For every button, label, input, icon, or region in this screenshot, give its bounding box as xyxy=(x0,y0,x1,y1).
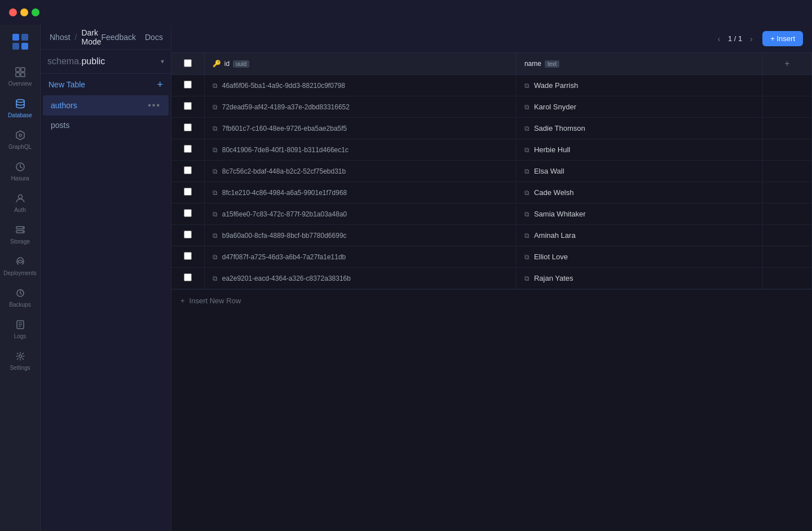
docs-button[interactable]: Docs xyxy=(145,33,163,42)
svg-point-15 xyxy=(23,227,24,228)
table-row: ⧉ b9a60a00-8cfa-4889-8bcf-bb7780d6699c ⧉… xyxy=(171,225,812,246)
row-checkbox-5[interactable] xyxy=(184,188,192,196)
row-name-cell: ⧉ Karol Snyder xyxy=(516,96,762,118)
row-checkbox-4[interactable] xyxy=(184,166,192,174)
sidebar-item-database[interactable]: Database xyxy=(5,94,36,123)
table-header-row: 🔑 id uuid name text + xyxy=(171,53,812,75)
schema-selector[interactable]: schema.public ▾ xyxy=(41,50,171,74)
row-name-value: Wade Parrish xyxy=(534,81,578,90)
copy-id-icon[interactable]: ⧉ xyxy=(213,146,218,154)
copy-name-icon[interactable]: ⧉ xyxy=(524,82,529,90)
row-checkbox-9[interactable] xyxy=(184,273,192,281)
copy-name-icon[interactable]: ⧉ xyxy=(524,125,529,132)
copy-id-icon[interactable]: ⧉ xyxy=(213,125,218,132)
sidebar-item-auth[interactable]: Auth xyxy=(5,188,36,218)
copy-name-icon[interactable]: ⧉ xyxy=(524,167,529,175)
copy-id-icon[interactable]: ⧉ xyxy=(213,167,218,175)
table-name-authors: authors xyxy=(51,101,77,110)
sidebar-item-storage[interactable]: Storage xyxy=(5,220,36,249)
svg-rect-4 xyxy=(16,68,20,72)
sidebar-item-logs[interactable]: Logs xyxy=(5,315,36,344)
table-name-posts: posts xyxy=(51,121,69,130)
row-checkbox-3[interactable] xyxy=(184,145,192,153)
select-all-checkbox[interactable] xyxy=(184,59,192,67)
sidebar-item-settings[interactable]: Settings xyxy=(5,346,36,375)
add-column-header[interactable]: + xyxy=(762,53,811,75)
breadcrumb: Nhost / Dark Mode xyxy=(50,28,102,46)
insert-row-label: Insert New Row xyxy=(189,297,241,305)
copy-id-icon[interactable]: ⧉ xyxy=(213,210,218,218)
close-button[interactable] xyxy=(9,8,17,16)
table-row: ⧉ d47f087f-a725-46d3-a6b4-7a27fa1e11db ⧉… xyxy=(171,246,812,268)
table-item-posts[interactable]: posts xyxy=(43,116,169,135)
more-options-icon[interactable]: ••• xyxy=(148,100,161,110)
row-checkbox-cell xyxy=(171,225,204,246)
breadcrumb-nhost: Nhost xyxy=(50,33,70,42)
row-id-cell: ⧉ a15f6ee0-7c83-472c-877f-92b1a03a48a0 xyxy=(204,203,516,225)
copy-name-icon[interactable]: ⧉ xyxy=(524,275,529,282)
svg-rect-0 xyxy=(12,34,19,41)
row-id-value: 72dead59-af42-4189-a37e-2dbd83316652 xyxy=(222,103,350,111)
minimize-button[interactable] xyxy=(20,8,28,16)
copy-id-icon[interactable]: ⧉ xyxy=(213,253,218,261)
breadcrumb-sep-1: / xyxy=(75,33,77,42)
copy-id-icon[interactable]: ⧉ xyxy=(213,82,218,90)
copy-name-icon[interactable]: ⧉ xyxy=(524,253,529,261)
copy-id-icon[interactable]: ⧉ xyxy=(213,103,218,111)
row-checkbox-0[interactable] xyxy=(184,81,192,88)
copy-id-icon[interactable]: ⧉ xyxy=(213,189,218,197)
data-table-container: 🔑 id uuid name text + xyxy=(171,53,812,531)
main-content: ‹ 1 / 1 › + Insert 🔑 xyxy=(171,25,812,531)
copy-name-icon[interactable]: ⧉ xyxy=(524,189,529,197)
row-checkbox-1[interactable] xyxy=(184,102,192,110)
add-column-icon[interactable]: + xyxy=(771,59,804,69)
row-checkbox-7[interactable] xyxy=(184,231,192,238)
copy-name-icon[interactable]: ⧉ xyxy=(524,232,529,240)
next-page-button[interactable]: › xyxy=(744,32,758,46)
feedback-button[interactable]: Feedback xyxy=(102,33,136,42)
sidebar-item-deployments[interactable]: Deployments xyxy=(5,251,36,281)
name-column-header[interactable]: name text xyxy=(516,53,762,75)
row-extra-cell xyxy=(762,246,811,268)
logs-icon xyxy=(15,320,25,331)
row-id-cell: ⧉ ea2e9201-eacd-4364-a326-c8372a38316b xyxy=(204,268,516,289)
new-table-button[interactable]: New Table + xyxy=(41,74,171,95)
deployments-icon xyxy=(15,256,25,268)
copy-name-icon[interactable]: ⧉ xyxy=(524,210,529,218)
row-name-cell: ⧉ Aminah Lara xyxy=(516,225,762,246)
table-item-authors[interactable]: authors ••• xyxy=(43,95,169,116)
schema-text: schema.public xyxy=(47,56,105,67)
row-extra-cell xyxy=(762,203,811,225)
maximize-button[interactable] xyxy=(32,8,39,16)
row-checkbox-2[interactable] xyxy=(184,123,192,131)
row-id-cell: ⧉ 80c41906-7de8-40f1-8091-b311d466ec1c xyxy=(204,139,516,161)
row-id-cell: ⧉ 72dead59-af42-4189-a37e-2dbd83316652 xyxy=(204,96,516,118)
sidebar-item-overview[interactable]: Overview xyxy=(5,62,36,91)
insert-button[interactable]: + Insert xyxy=(762,31,803,46)
sidebar-item-label: Database xyxy=(8,113,32,118)
logo[interactable] xyxy=(10,32,30,52)
prev-page-button[interactable]: ‹ xyxy=(712,32,726,46)
row-id-value: 80c41906-7de8-40f1-8091-b311d466ec1c xyxy=(222,146,348,154)
key-icon: 🔑 xyxy=(213,60,221,68)
insert-new-row-button[interactable]: + Insert New Row xyxy=(171,289,812,312)
sidebar-item-label: Storage xyxy=(10,239,30,245)
sidebar-item-graphql[interactable]: GraphQL xyxy=(5,125,36,154)
table-row: ⧉ 7fb601c7-c160-48ee-9726-eba5ae2ba5f5 ⧉… xyxy=(171,118,812,139)
svg-point-8 xyxy=(16,99,24,102)
copy-id-icon[interactable]: ⧉ xyxy=(213,275,218,282)
row-checkbox-cell xyxy=(171,182,204,203)
row-checkbox-cell xyxy=(171,118,204,139)
copy-name-icon[interactable]: ⧉ xyxy=(524,146,529,154)
sidebar-item-backups[interactable]: Backups xyxy=(5,283,36,312)
copy-name-icon[interactable]: ⧉ xyxy=(524,103,529,111)
copy-id-icon[interactable]: ⧉ xyxy=(213,232,218,240)
row-name-value: Rajan Yates xyxy=(534,274,573,282)
sidebar-item-hasura[interactable]: Hasura xyxy=(5,157,36,186)
svg-rect-2 xyxy=(12,43,19,50)
name-type-badge: text xyxy=(545,60,559,68)
row-checkbox-6[interactable] xyxy=(184,209,192,217)
row-checkbox-8[interactable] xyxy=(184,252,192,260)
row-id-cell: ⧉ b9a60a00-8cfa-4889-8bcf-bb7780d6699c xyxy=(204,225,516,246)
id-column-header[interactable]: 🔑 id uuid xyxy=(204,53,516,75)
